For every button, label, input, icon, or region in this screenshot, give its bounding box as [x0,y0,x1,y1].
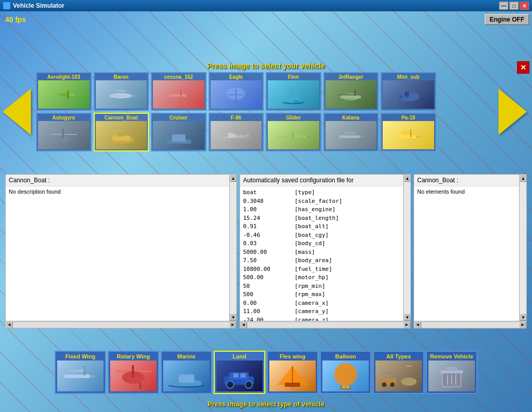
type-button-fixedwing[interactable]: Fixed Wing [55,351,106,394]
svg-rect-75 [447,367,457,371]
config-row: boat[type] [243,188,401,197]
next-page-button[interactable] [499,89,527,135]
svg-rect-45 [69,369,84,372]
vehicle-card-pa18[interactable]: Pa-18 [381,113,436,151]
scroll-right-button[interactable]: ► [519,321,526,329]
svg-marker-37 [359,135,366,138]
scroll-right-button[interactable]: ► [403,321,410,329]
svg-point-55 [227,381,234,388]
svg-rect-35 [292,131,294,139]
engine-button[interactable]: Engine OFF [485,14,529,25]
config-row: -24.00[camera_z] [243,316,401,321]
svg-point-62 [334,363,357,386]
svg-rect-42 [410,129,411,137]
svg-marker-1 [56,92,69,97]
center-panel-scrollbar-x[interactable]: ◄ ► [240,321,410,328]
config-row: 0.91[boat_alt] [243,222,401,231]
close-panel-button[interactable]: ✕ [517,61,529,74]
elements-panel-content: No elements found [414,186,526,321]
config-row: 0.3048[scale_factor] [243,197,401,206]
config-row: 500.00[motor_hp] [243,273,401,282]
vehicle-card-cruiser[interactable]: Cruiser [151,113,207,151]
vehicle-card-autogyro[interactable]: Autogyro [36,113,92,151]
scroll-left-button[interactable]: ◄ [414,321,421,329]
scroll-up-button[interactable]: ▲ [520,175,527,182]
svg-rect-25 [62,129,64,139]
vehicle-card-f86[interactable]: F-86 [209,113,264,151]
scroll-right-button[interactable]: ► [229,321,236,329]
maximize-button[interactable]: □ [509,2,519,10]
vehicle-card-jetranger[interactable]: JetRanger [323,72,379,111]
vehicle-card-minisub[interactable]: Mini_sub [381,72,436,111]
minimize-button[interactable]: — [499,2,508,10]
type-button-rotarywing[interactable]: Rotary Wing [108,351,159,394]
svg-rect-36 [339,135,361,138]
svg-rect-58 [241,373,246,377]
svg-rect-6 [116,90,126,92]
app-title: Vehicle Simulator [13,2,64,9]
svg-rect-49 [132,365,134,377]
close-button[interactable]: ✕ [520,2,529,10]
vehicle-card-aerolight[interactable]: Aerolight-103 [36,72,92,111]
svg-marker-44 [90,374,97,378]
left-panel-scrollbar-x[interactable]: ◄ ► [6,321,236,328]
titlebar: Vehicle Simulator — □ ✕ [0,0,532,11]
scroll-down-button[interactable]: ▼ [520,314,527,321]
vehicle-card-finn[interactable]: Finn [266,72,321,111]
type-button-removevehicle[interactable]: Remove Vehicle [426,351,477,394]
elements-panel: Cannon_Boat : No elements found ▲ ▼ ◄ ► [414,174,527,329]
svg-rect-19 [354,90,356,96]
svg-rect-57 [233,373,238,377]
scroll-left-button[interactable]: ◄ [6,321,13,329]
config-row: 15.24[boat_length] [243,214,401,223]
type-button-alltypes[interactable]: All Types [373,351,424,394]
main-window: 40 fps Engine OFF Press image to select … [0,11,532,412]
svg-rect-39 [397,135,417,138]
vehicle-card-cessna[interactable]: cessna_152 [151,72,207,111]
right-panel-scrollbar-y[interactable]: ▲ ▼ [519,175,526,321]
vehicle-card-glider[interactable]: Glider [266,113,321,151]
svg-marker-70 [404,371,410,373]
type-button-marine[interactable]: Marine [161,351,212,394]
scroll-up-button[interactable]: ▲ [404,175,411,182]
prev-page-button[interactable] [3,89,31,135]
scroll-left-button[interactable]: ◄ [240,321,247,329]
vehicle-select-prompt: Press image to select your vehicle [207,62,325,70]
config-row: 7.50[body_area] [243,256,401,265]
svg-rect-29 [172,134,185,142]
vehicle-card-eagle[interactable]: Eagle [209,72,264,111]
vehicle-type-bar: Fixed Wing Rotary Wing Marine Land Flex [0,348,532,397]
type-button-balloon[interactable]: Balloon [320,351,371,394]
svg-rect-52 [179,374,194,383]
scroll-up-button[interactable]: ▲ [230,175,237,182]
scroll-track [230,182,236,314]
type-button-flexwing[interactable]: Flex wing [267,351,318,394]
config-row: 500[rpm_max] [243,290,401,299]
type-button-land[interactable]: Land [214,351,265,394]
fps-display: 40 fps [5,15,26,24]
svg-rect-2 [67,91,69,99]
scroll-down-button[interactable]: ▼ [230,314,237,321]
config-panel-content: boat[type]0.3048[scale_factor]1.00[has_e… [240,186,410,321]
scroll-down-button[interactable]: ▼ [404,314,411,321]
description-panel: Cannon_Boat : No description found ▲ ▼ ◄… [5,174,237,329]
svg-rect-46 [83,366,85,375]
center-panel-scrollbar-y[interactable]: ▲ ▼ [403,175,410,321]
left-arrow-icon [3,89,31,135]
svg-rect-43 [64,374,91,378]
svg-point-68 [390,382,395,387]
right-panel-scrollbar-x[interactable]: ◄ ► [414,321,526,328]
config-row: 50[rpm_min] [243,282,401,291]
elements-panel-title: Cannon_Boat : [414,175,526,186]
window-controls[interactable]: — □ ✕ [499,2,529,10]
config-panel-title: Automatically saved configuration file f… [240,175,410,186]
vehicle-card-cannonboat[interactable]: Cannon_Boat [94,113,149,151]
vehicle-card-katana[interactable]: Katana [323,113,379,151]
config-row: 0.03[body_cd] [243,239,401,248]
config-row: -0.46[boat_cgy] [243,231,401,240]
config-row: 0.00[camera_x] [243,299,401,308]
left-panel-scrollbar-y[interactable]: ▲ ▼ [229,175,236,321]
scroll-track-x [421,322,519,328]
svg-rect-17 [340,96,361,98]
vehicle-card-baron[interactable]: Baron [94,72,149,111]
